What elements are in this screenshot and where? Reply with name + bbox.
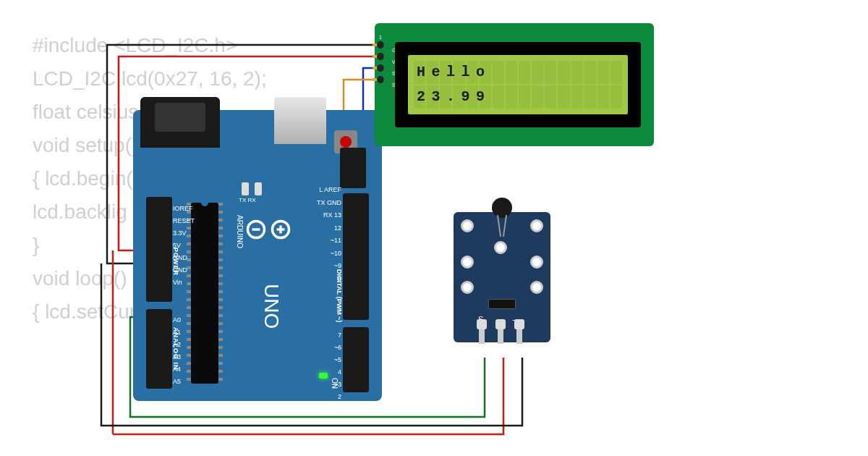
thermistor-icon xyxy=(492,198,512,218)
lcd-module: 1 GNDVCC SDASCL Hello 23.99 xyxy=(375,23,654,146)
smd-component xyxy=(255,182,262,195)
smd-component xyxy=(242,182,249,195)
lcd-pin-1-label: 1 xyxy=(379,35,382,40)
digital-pin-labels-2: 7~6 ~54 ~32 TX 1RX 0 xyxy=(327,329,341,428)
atmega-chip xyxy=(191,203,218,384)
usb-port xyxy=(140,97,220,148)
txrx-label: TX RX xyxy=(239,197,256,203)
sensor-pins xyxy=(479,324,522,344)
lcd-line-2: 23.99 xyxy=(417,88,619,105)
header-icsp xyxy=(340,148,366,188)
header-digital-high xyxy=(343,193,369,320)
lcd-i2c-pins xyxy=(373,43,384,90)
arduino-board: TX RX ARDUINO UNO POWER ANALOG IN DIGITA… xyxy=(133,110,382,401)
uno-label: UNO xyxy=(260,284,283,329)
thermistor-sensor: S - xyxy=(454,212,550,342)
sensor-smd xyxy=(488,299,516,309)
header-analog xyxy=(146,309,172,389)
power-pin-labels: IOREFRESET 3.3V5V GNDGND Vin xyxy=(173,203,195,289)
lcd-line-1: Hello xyxy=(417,64,619,80)
arduino-logo: ARDUINO xyxy=(236,215,293,248)
serial-port xyxy=(274,97,326,144)
digital-pin-labels: L AREF TX GND RX 13 12~11 ~10~9 8 xyxy=(317,184,341,285)
analog-pin-labels: A0A1 A2A3 A4A5 xyxy=(173,314,181,388)
header-digital-low xyxy=(343,327,369,392)
lcd-bezel: Hello 23.99 xyxy=(395,42,641,127)
header-power xyxy=(146,197,172,302)
lcd-screen: Hello 23.99 xyxy=(408,55,628,114)
